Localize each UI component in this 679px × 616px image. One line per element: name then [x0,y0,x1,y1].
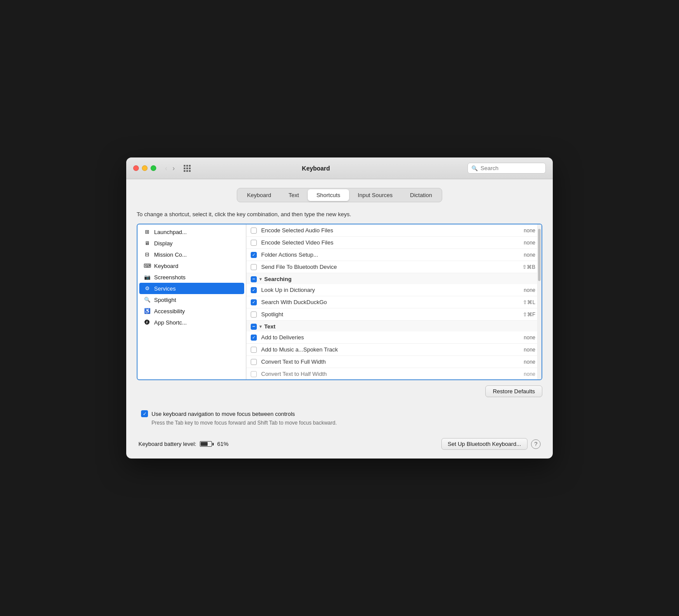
search-box[interactable]: 🔍 [467,163,546,174]
keyboard-nav-section: Use keyboard navigation to move focus be… [137,410,542,426]
shortcut-row-send-bluetooth: Send File To Bluetooth Device ⇧⌘B [246,261,541,273]
shortcut-label-folder-actions: Folder Actions Setup... [261,251,519,258]
sidebar-label-mission-control: Mission Co... [154,251,187,258]
restore-defaults-button[interactable]: Restore Defaults [485,385,542,397]
shortcut-label-encode-audio: Encode Selected Audio Files [261,227,519,234]
main-panel: ⊞ Launchpad... 🖥 Display ⊟ Mission Co...… [137,224,542,380]
shortcut-row-convert-half: Convert Text to Half Width none [246,368,541,379]
tabs: Keyboard Text Shortcuts Input Sources Di… [237,188,442,202]
bottom-right: Set Up Bluetooth Keyboard... ? [441,438,541,450]
accessibility-icon: ♿ [144,308,151,315]
sidebar-item-mission-control[interactable]: ⊟ Mission Co... [139,249,244,260]
shortcut-label-lookup-dictionary: Look Up in Dictionary [261,287,519,293]
tab-input-sources[interactable]: Input Sources [349,189,401,201]
checkbox-convert-full[interactable] [251,359,257,365]
tab-text[interactable]: Text [280,189,308,201]
sidebar-label-launchpad: Launchpad... [154,229,187,235]
services-icon: ⚙ [144,285,151,292]
spotlight-icon: 🔍 [144,296,151,303]
window-title: Keyboard [170,165,462,172]
checkbox-text-section[interactable] [251,324,257,330]
sidebar-item-accessibility[interactable]: ♿ Accessibility [139,305,244,317]
sidebar-label-keyboard: Keyboard [154,263,178,269]
shortcut-row-folder-actions: Folder Actions Setup... none [246,249,541,261]
section-label-text: Text [264,323,276,330]
traffic-lights [133,165,156,171]
shortcuts-panel: Encode Selected Audio Files none Encode … [246,224,541,379]
shortcut-row-convert-full: Convert Text to Full Width none [246,356,541,368]
sidebar-item-screenshots[interactable]: 📷 Screenshots [139,271,244,283]
shortcut-key-search-duckduckgo: ⇧⌘L [523,299,535,305]
shortcut-key-send-bluetooth: ⇧⌘B [522,264,535,270]
titlebar: ‹ › Keyboard 🔍 [126,157,553,179]
battery-fill [201,442,208,446]
checkbox-convert-half[interactable] [251,371,257,377]
shortcut-label-convert-half: Convert Text to Half Width [261,371,519,377]
chevron-text: ▾ [259,324,262,329]
sidebar-item-services[interactable]: ⚙ Services [139,283,244,294]
content-area: Keyboard Text Shortcuts Input Sources Di… [126,179,553,459]
restore-btn-row: Restore Defaults [137,385,542,397]
setup-bluetooth-button[interactable]: Set Up Bluetooth Keyboard... [441,438,528,450]
shortcut-label-add-music: Add to Music a...Spoken Track [261,346,519,353]
sidebar: ⊞ Launchpad... 🖥 Display ⊟ Mission Co...… [138,224,246,379]
checkbox-add-music[interactable] [251,347,257,353]
section-header-searching: ▾ Searching [246,273,541,284]
tab-keyboard[interactable]: Keyboard [238,189,280,201]
close-button[interactable] [133,165,139,171]
tab-dictation[interactable]: Dictation [401,189,441,201]
minimize-button[interactable] [142,165,148,171]
sidebar-label-screenshots: Screenshots [154,274,185,281]
shortcut-label-convert-full: Convert Text to Full Width [261,358,519,365]
sidebar-item-spotlight[interactable]: 🔍 Spotlight [139,294,244,305]
section-label-searching: Searching [264,276,292,282]
checkbox-send-bluetooth[interactable] [251,264,257,270]
shortcut-key-convert-half: none [524,371,535,377]
checkbox-spotlight[interactable] [251,311,257,318]
shortcut-label-add-deliveries: Add to Deliveries [261,334,519,341]
sidebar-item-keyboard[interactable]: ⌨ Keyboard [139,260,244,271]
shortcut-label-search-duckduckgo: Search With DuckDuckGo [261,299,518,305]
sidebar-item-app-shortcuts[interactable]: 🅐 App Shortc... [139,317,244,328]
instruction-text: To change a shortcut, select it, click t… [137,211,542,218]
checkbox-keyboard-nav[interactable] [141,410,148,417]
checkbox-lookup-dictionary[interactable] [251,287,257,293]
shortcut-label-send-bluetooth: Send File To Bluetooth Device [261,264,518,270]
scrollbar-thumb[interactable] [538,229,541,281]
help-button[interactable]: ? [531,439,541,449]
checkbox-folder-actions[interactable] [251,252,257,258]
shortcut-key-convert-full: none [524,359,535,365]
checkbox-encode-audio[interactable] [251,228,257,234]
sidebar-item-display[interactable]: 🖥 Display [139,238,244,249]
battery-percent: 61% [217,441,229,447]
sidebar-label-accessibility: Accessibility [154,308,185,315]
checkbox-add-deliveries[interactable] [251,335,257,341]
shortcut-row-add-music: Add to Music a...Spoken Track none [246,344,541,356]
search-icon: 🔍 [471,165,478,171]
back-button[interactable]: ‹ [163,164,169,173]
shortcut-row-encode-video: Encode Selected Video Files none [246,237,541,249]
shortcut-key-spotlight: ⇧⌘F [523,311,535,318]
shortcut-row-search-duckduckgo: Search With DuckDuckGo ⇧⌘L [246,296,541,308]
section-header-text: ▾ Text [246,321,541,331]
checkbox-search-duckduckgo[interactable] [251,299,257,305]
checkbox-encode-video[interactable] [251,240,257,246]
battery-label: Keyboard battery level: [138,441,196,447]
sidebar-item-launchpad[interactable]: ⊞ Launchpad... [139,226,244,238]
shortcut-key-encode-audio: none [524,228,535,234]
search-input[interactable] [481,165,542,171]
sidebar-label-spotlight: Spotlight [154,297,176,303]
tabs-container: Keyboard Text Shortcuts Input Sources Di… [137,188,542,202]
maximize-button[interactable] [151,165,156,171]
checkbox-searching-section[interactable] [251,276,257,282]
shortcut-row-spotlight: Spotlight ⇧⌘F [246,308,541,321]
sidebar-label-display: Display [154,240,173,247]
tab-shortcuts[interactable]: Shortcuts [308,189,349,201]
main-window: ‹ › Keyboard 🔍 Keyboard Text Shortcuts I… [126,157,553,459]
shortcut-label-encode-video: Encode Selected Video Files [261,239,519,246]
sidebar-label-services: Services [154,285,176,292]
scrollbar-track [537,224,541,379]
display-icon: 🖥 [144,240,151,247]
chevron-searching: ▾ [259,277,262,281]
app-shortcuts-icon: 🅐 [144,319,151,326]
